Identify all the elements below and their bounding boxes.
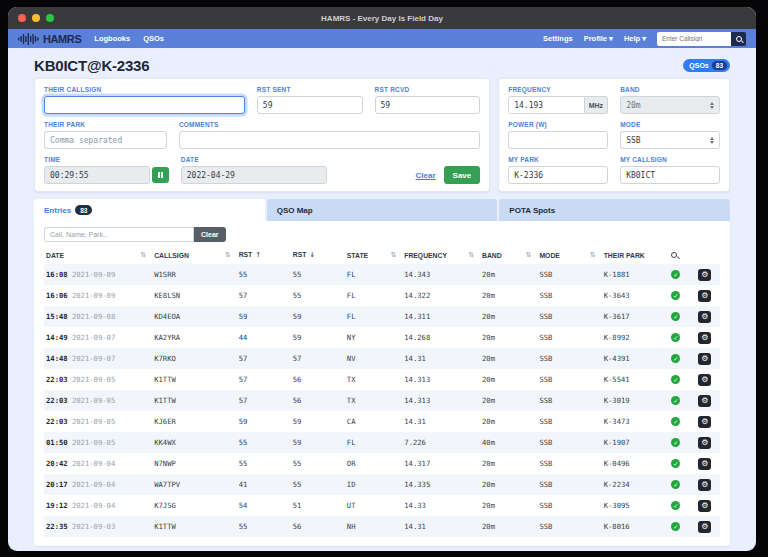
power-label: POWER (W) bbox=[508, 121, 608, 128]
table-filter-input[interactable] bbox=[44, 227, 194, 242]
column-header-callsign-1[interactable]: CALLSIGN⇅ bbox=[152, 247, 237, 264]
table-row[interactable]: 15:48 2021-09-08KD4EOA5959FL14.31120mSSB… bbox=[44, 306, 720, 327]
my-park-input[interactable] bbox=[508, 166, 608, 184]
qso-rst-sent: 55 bbox=[237, 453, 291, 474]
qso-state: OR bbox=[345, 453, 402, 474]
table-row[interactable]: 22:03 2021-09-05K1TTW5756TX14.31320mSSBK… bbox=[44, 369, 720, 390]
nav-help-dropdown[interactable]: Help ▾ bbox=[624, 34, 646, 43]
clear-form-link[interactable]: Clear bbox=[416, 171, 436, 180]
row-settings-button[interactable]: ⚙ bbox=[698, 269, 711, 281]
column-header-rst-3[interactable]: RST↓ bbox=[291, 247, 345, 264]
qso-their-park: K-1907 bbox=[602, 432, 670, 453]
nav-logbooks[interactable]: Logbooks bbox=[94, 34, 130, 43]
qso-band: 20m bbox=[480, 495, 537, 516]
save-button[interactable]: Save bbox=[444, 166, 481, 184]
zoom-window-button[interactable] bbox=[46, 14, 54, 22]
search-icon[interactable] bbox=[671, 252, 677, 258]
tab-qso-map[interactable]: QSO Map bbox=[267, 199, 498, 221]
table-filter-clear-button[interactable]: Clear bbox=[194, 227, 226, 242]
qso-state: FL bbox=[345, 285, 402, 306]
gear-icon: ⚙ bbox=[701, 439, 708, 447]
column-label: CALLSIGN bbox=[154, 252, 189, 259]
frequency-input[interactable] bbox=[508, 96, 585, 114]
band-select[interactable]: 20m bbox=[620, 96, 720, 114]
sort-icon[interactable]: ⇅ bbox=[140, 251, 146, 259]
column-header-search[interactable] bbox=[669, 247, 696, 264]
table-row[interactable]: 16:06 2021-09-09KE8LSN5755FL14.32220mSSB… bbox=[44, 285, 720, 306]
qso-frequency: 14.31 bbox=[402, 516, 480, 537]
power-input[interactable] bbox=[508, 131, 608, 149]
qso-mode: SSB bbox=[537, 264, 601, 285]
row-settings-button[interactable]: ⚙ bbox=[698, 311, 711, 323]
callsign-search-button[interactable] bbox=[731, 32, 746, 46]
row-settings-button[interactable]: ⚙ bbox=[698, 395, 711, 407]
mode-select[interactable]: SSB bbox=[620, 131, 720, 149]
row-settings-button[interactable]: ⚙ bbox=[698, 374, 711, 386]
qso-frequency: 14.268 bbox=[402, 327, 480, 348]
column-header-mode-7[interactable]: MODE⇅ bbox=[537, 247, 601, 264]
their-park-input[interactable] bbox=[44, 131, 167, 149]
tab-pota-spots[interactable]: POTA Spots bbox=[499, 199, 730, 221]
sort-icon[interactable]: ⇅ bbox=[390, 251, 396, 259]
row-settings-button[interactable]: ⚙ bbox=[698, 437, 711, 449]
qso-rst-rcvd: 59 bbox=[291, 432, 345, 453]
column-header-rst-2[interactable]: RST↑ bbox=[237, 247, 291, 264]
callsign-search-input[interactable] bbox=[657, 32, 731, 46]
sort-icon[interactable]: ⇅ bbox=[225, 251, 231, 259]
table-row[interactable]: 01:50 2021-09-05KK4WX5559FL7.22640mSSBK-… bbox=[44, 432, 720, 453]
row-settings-button[interactable]: ⚙ bbox=[698, 521, 711, 533]
rst-sent-input[interactable] bbox=[257, 96, 363, 114]
table-row[interactable]: 22:03 2021-09-05KJ6ER5959CA14.3120mSSBK-… bbox=[44, 411, 720, 432]
row-settings-button[interactable]: ⚙ bbox=[698, 479, 711, 491]
tab-entries[interactable]: Entries 83 bbox=[34, 199, 265, 221]
qso-date: 2021-09-07 bbox=[72, 354, 115, 363]
table-row[interactable]: 20:42 2021-09-04N7NWP5555OR14.31720mSSBK… bbox=[44, 453, 720, 474]
pause-timer-button[interactable] bbox=[152, 167, 169, 183]
row-settings-button[interactable]: ⚙ bbox=[698, 458, 711, 470]
entry-form: THEIR CALLSIGN RST SENT RST RCVD THEIR P… bbox=[34, 78, 730, 192]
qso-frequency: 14.31 bbox=[402, 348, 480, 369]
nav-profile-dropdown[interactable]: Profile ▾ bbox=[584, 34, 613, 43]
gear-icon: ⚙ bbox=[701, 460, 708, 468]
qso-callsign: KE8LSN bbox=[152, 285, 237, 306]
table-row[interactable]: 14:48 2021-09-07K7RKO5757NV14.3120mSSBK-… bbox=[44, 348, 720, 369]
their-callsign-input[interactable] bbox=[44, 96, 245, 114]
qso-callsign: N7NWP bbox=[152, 453, 237, 474]
table-row[interactable]: 22:03 2021-09-05K1TTW5756TX14.31320mSSBK… bbox=[44, 390, 720, 411]
hamrs-brand[interactable]: HAMRS bbox=[18, 33, 81, 45]
sort-icon[interactable]: ⇅ bbox=[468, 251, 474, 259]
column-header-band-6[interactable]: BAND⇅ bbox=[480, 247, 537, 264]
table-row[interactable]: 22:35 2021-09-03K1TTW5556NH14.3120mSSBK-… bbox=[44, 516, 720, 537]
column-header-their-park-8[interactable]: THEIR PARK bbox=[602, 247, 670, 264]
qso-rst-rcvd: 55 bbox=[291, 453, 345, 474]
column-header-frequency-5[interactable]: FREQUENCY⇅ bbox=[402, 247, 480, 264]
row-settings-button[interactable]: ⚙ bbox=[698, 290, 711, 302]
table-row[interactable]: 19:12 2021-09-04K7JSG5451UT14.3320mSSBK-… bbox=[44, 495, 720, 516]
column-label: STATE bbox=[347, 252, 368, 259]
nav-qsos[interactable]: QSOs bbox=[143, 34, 164, 43]
row-settings-button[interactable]: ⚙ bbox=[698, 500, 711, 512]
table-header-row: DATE⇅CALLSIGN⇅RST↑RST↓STATE⇅FREQUENCY⇅BA… bbox=[44, 247, 720, 264]
table-row[interactable]: 20:17 2021-09-04WA7TPV4155ID14.33520mSSB… bbox=[44, 474, 720, 495]
close-window-button[interactable] bbox=[18, 14, 26, 22]
minimize-window-button[interactable] bbox=[32, 14, 40, 22]
row-settings-button[interactable]: ⚙ bbox=[698, 353, 711, 365]
column-header-date-0[interactable]: DATE⇅ bbox=[44, 247, 152, 264]
sort-icon[interactable]: ⇅ bbox=[526, 251, 532, 259]
comments-input[interactable] bbox=[179, 131, 480, 149]
row-settings-button[interactable]: ⚙ bbox=[698, 416, 711, 428]
their-park-label: THEIR PARK bbox=[44, 121, 167, 128]
table-row[interactable]: 14:49 2021-09-07KA2YRA4459NY14.26820mSSB… bbox=[44, 327, 720, 348]
mode-label: MODE bbox=[620, 121, 720, 128]
qso-band: 20m bbox=[480, 411, 537, 432]
qso-state: UT bbox=[345, 495, 402, 516]
row-settings-button[interactable]: ⚙ bbox=[698, 332, 711, 344]
table-row[interactable]: 16:08 2021-09-09W1SRR5555FL14.34320mSSBK… bbox=[44, 264, 720, 285]
rst-rcvd-input[interactable] bbox=[375, 96, 481, 114]
qso-time: 14:49 bbox=[46, 333, 68, 342]
my-callsign-input[interactable] bbox=[620, 166, 720, 184]
sort-icon[interactable]: ⇅ bbox=[590, 251, 596, 259]
chevron-down-icon: ▾ bbox=[609, 34, 613, 43]
nav-settings[interactable]: Settings bbox=[543, 34, 573, 43]
column-header-state-4[interactable]: STATE⇅ bbox=[345, 247, 402, 264]
